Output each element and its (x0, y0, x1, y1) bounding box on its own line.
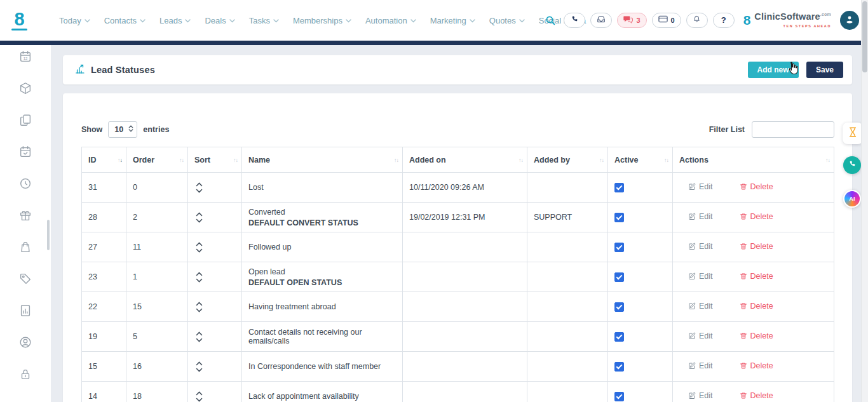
active-checkbox[interactable] (614, 332, 624, 342)
entries-select[interactable]: 10 (108, 121, 137, 138)
clinicsoftware-logo-icon[interactable]: 8 (11, 11, 27, 30)
tag-icon[interactable] (18, 272, 32, 286)
chart-doc-icon[interactable] (18, 304, 32, 318)
help-button[interactable]: ? (713, 13, 735, 28)
move-up-icon[interactable] (196, 302, 205, 306)
move-down-icon[interactable] (196, 308, 205, 312)
move-down-icon[interactable] (196, 368, 205, 372)
active-checkbox[interactable] (614, 183, 624, 192)
move-up-icon[interactable] (196, 242, 205, 246)
nav-item-contacts[interactable]: Contacts (104, 16, 146, 25)
delete-link[interactable]: Delete (740, 391, 773, 400)
cell-added-on (403, 262, 527, 292)
phone-button[interactable] (564, 13, 585, 28)
move-up-icon[interactable] (196, 361, 205, 366)
edit-link[interactable]: Edit (688, 242, 713, 251)
delete-link[interactable]: Delete (740, 182, 773, 191)
column-header-added-by[interactable]: Added by↑↓ (527, 147, 608, 173)
edit-link[interactable]: Edit (688, 212, 713, 221)
pages-icon[interactable] (18, 113, 32, 127)
column-header-actions[interactable]: Actions↑↓ (673, 147, 834, 173)
filter-input[interactable] (752, 121, 834, 138)
active-checkbox[interactable] (614, 362, 624, 372)
column-header-sort[interactable]: Sort↑↓ (188, 147, 242, 173)
delete-link[interactable]: Delete (740, 361, 773, 370)
move-down-icon[interactable] (196, 278, 205, 283)
active-checkbox[interactable] (614, 302, 624, 312)
cell-added-on: 19/02/2019 12:31 PM (403, 203, 527, 232)
active-checkbox[interactable] (614, 213, 624, 222)
edit-link[interactable]: Edit (688, 182, 713, 191)
user-badge-icon[interactable] (18, 335, 32, 349)
edit-link[interactable]: Edit (688, 302, 713, 311)
move-down-icon[interactable] (196, 338, 205, 342)
notifications-button[interactable] (686, 13, 708, 28)
chat-button[interactable]: 3 (617, 13, 646, 28)
call-widget-button[interactable] (843, 156, 861, 174)
delete-link[interactable]: Delete (740, 302, 773, 311)
active-checkbox[interactable] (614, 392, 624, 401)
move-down-icon[interactable] (196, 218, 205, 223)
calendar-icon[interactable]: 12 (18, 50, 32, 64)
delete-link[interactable]: Delete (740, 332, 773, 340)
active-checkbox[interactable] (614, 272, 624, 282)
scrollbar-thumb[interactable] (862, 1, 867, 72)
ai-widget-button[interactable]: AI (843, 190, 861, 208)
cell-sort (188, 322, 242, 352)
user-avatar[interactable] (840, 11, 859, 30)
move-down-icon[interactable] (196, 189, 205, 193)
card-button[interactable]: 0 (652, 13, 681, 28)
add-new-button[interactable]: Add new (748, 62, 799, 78)
move-up-icon[interactable] (196, 272, 205, 276)
package-icon[interactable] (18, 81, 32, 95)
edit-link[interactable]: Edit (688, 391, 713, 400)
nav-item-leads[interactable]: Leads (159, 16, 191, 25)
search-icon[interactable] (545, 15, 556, 26)
nav-item-quotes[interactable]: Quotes (489, 16, 525, 25)
nav-item-tasks[interactable]: Tasks (249, 16, 279, 25)
edit-link[interactable]: Edit (688, 272, 713, 281)
nav-item-memberships[interactable]: Memberships (293, 16, 351, 25)
main-nav: TodayContactsLeadsDealsTasksMembershipsA… (59, 16, 545, 25)
cell-name: Open leadDEFAULT OPEN STATUS (242, 262, 403, 292)
history-icon[interactable] (18, 177, 32, 191)
nav-item-marketing[interactable]: Marketing (430, 16, 475, 25)
column-header-id[interactable]: ID↑↓ (82, 147, 126, 173)
column-header-order[interactable]: Order↑↓ (126, 147, 188, 173)
move-up-icon[interactable] (196, 332, 205, 336)
nav-item-automation[interactable]: Automation (365, 16, 416, 25)
column-header-name[interactable]: Name↑↓ (242, 147, 403, 173)
card-icon (658, 15, 668, 25)
brand-logo[interactable]: 8 ClinicSoftware.com TEN STEPS AHEAD (743, 10, 831, 30)
move-up-icon[interactable] (196, 391, 205, 396)
calendar-check-icon[interactable] (18, 145, 32, 159)
gift-icon[interactable] (18, 208, 32, 222)
sidebar-scrollbar[interactable] (47, 220, 50, 250)
save-button[interactable]: Save (806, 62, 843, 78)
move-up-icon[interactable] (196, 212, 205, 217)
edit-link[interactable]: Edit (688, 332, 713, 340)
nav-item-deals[interactable]: Deals (205, 16, 234, 25)
edit-link[interactable]: Edit (688, 361, 713, 370)
delete-link[interactable]: Delete (740, 212, 773, 221)
lock-icon[interactable] (18, 367, 32, 381)
inbox-button[interactable] (590, 13, 612, 28)
move-up-icon[interactable] (196, 182, 205, 187)
active-checkbox[interactable] (614, 243, 624, 252)
shopping-bag-icon[interactable] (18, 240, 32, 254)
main-content: Lead Statuses Add new Save Show 10 entri… (51, 45, 862, 402)
page-scrollbar[interactable] (861, 0, 868, 402)
delete-link[interactable]: Delete (740, 242, 773, 251)
delete-link[interactable]: Delete (740, 272, 773, 281)
nav-item-today[interactable]: Today (59, 16, 90, 25)
hourglass-widget-button[interactable] (843, 123, 863, 144)
move-down-icon[interactable] (196, 398, 205, 402)
column-header-active[interactable]: Active↑↓ (608, 147, 673, 173)
person-icon (844, 14, 855, 27)
cell-name: Having treatment abroad (242, 292, 403, 322)
move-down-icon[interactable] (196, 248, 205, 253)
table-row: 1516In Correspondence with staff memberE… (82, 352, 834, 382)
cell-sort (188, 382, 242, 402)
status-name: Converted (248, 208, 396, 217)
column-header-added-on[interactable]: Added on↑↓ (403, 147, 527, 173)
